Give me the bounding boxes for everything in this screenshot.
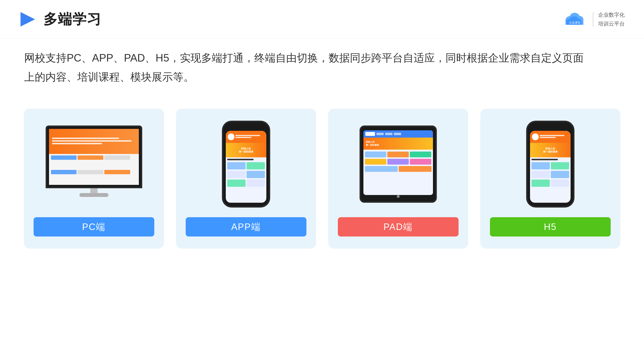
- pad-label-button[interactable]: PAD端: [338, 217, 458, 237]
- tablet-header: [364, 130, 433, 138]
- svg-marker-0: [20, 12, 35, 26]
- phone-content-card: [246, 162, 265, 169]
- tablet-row: [365, 159, 432, 165]
- phone-header-text: [540, 135, 569, 139]
- phone-content-card: [246, 180, 265, 187]
- phone-content: [226, 157, 266, 190]
- pc-label-button[interactable]: PC端: [34, 217, 154, 237]
- pad-card: 职场人的第一堂职通课: [328, 109, 468, 249]
- monitor-stand-base: [80, 193, 108, 197]
- screen-mini-card: [51, 155, 77, 160]
- tablet: 职场人的第一堂职通课: [360, 125, 437, 203]
- header-right: 云朵课堂 企业数字化 培训云平台: [562, 10, 625, 29]
- phone-content-card: [227, 180, 246, 187]
- description-line2: 上的内容、培训课程、模块展示等。: [24, 67, 620, 86]
- h5-label-button[interactable]: H5: [490, 217, 611, 237]
- phone-content-card: [551, 162, 569, 169]
- phone-content-row: [532, 180, 569, 187]
- phone-content-row: [227, 180, 265, 187]
- phone-content-card: [246, 171, 265, 178]
- monitor-screen: [49, 129, 139, 185]
- screen-mini-card: [78, 170, 103, 174]
- screen-mini-card: [78, 155, 103, 160]
- screen-top: [49, 129, 139, 154]
- tablet-row: [365, 152, 432, 157]
- h5-phone: 职场人的第一堂职通课: [526, 121, 574, 208]
- tablet-block: [410, 159, 431, 165]
- brand-text: 企业数字化 培训云平台: [598, 11, 625, 28]
- phone-content-card: [532, 162, 550, 169]
- tablet-content: [364, 150, 433, 174]
- description: 网校支持PC、APP、PAD、H5，实现多端打通，终端自由切换，数据同步跨平台自…: [24, 48, 620, 86]
- phone-content-card: [227, 162, 246, 169]
- screen-bottom: [49, 154, 139, 185]
- phone-banner: 职场人的第一堂职通课: [226, 143, 266, 157]
- header: 多端学习 云朵课堂 企业数字化 培训云平台: [0, 0, 644, 39]
- pad-image-container: 职场人的第一堂职通课: [338, 121, 458, 208]
- pc-image-container: [34, 121, 154, 208]
- phone-notch: [542, 125, 559, 129]
- brand-slogan-line1: 企业数字化: [598, 11, 625, 19]
- phone-avatar: [228, 133, 234, 140]
- phone-banner-text: 职场人的第一堂职通课: [239, 147, 253, 153]
- tablet-block: [387, 152, 409, 157]
- tablet-home-button: [397, 195, 400, 198]
- monitor-stand-neck: [90, 188, 98, 193]
- tablet-block: [365, 159, 386, 165]
- app-card: 职场人的第一堂职通课: [176, 109, 316, 249]
- phone-content: [530, 157, 570, 190]
- h5-image-container: 职场人的第一堂职通课: [490, 121, 611, 208]
- phone-content-card: [551, 180, 569, 187]
- phone-content-card: [532, 180, 550, 187]
- phone-content-card: [532, 171, 550, 178]
- h5-card: 职场人的第一堂职通课: [480, 109, 620, 249]
- brand-slogan-line2: 培训云平台: [598, 20, 625, 28]
- phone-screen: 职场人的第一堂职通课: [530, 131, 570, 203]
- tablet-block: [399, 166, 432, 172]
- phone-text-line: [540, 137, 556, 138]
- tablet-nav-item: [376, 133, 384, 135]
- tablet-row: [365, 166, 432, 172]
- monitor-screen-wrapper: [46, 125, 142, 188]
- description-line1: 网校支持PC、APP、PAD、H5，实现多端打通，终端自由切换，数据同步跨平台自…: [24, 48, 620, 67]
- tablet-screen: 职场人的第一堂职通课: [364, 130, 433, 195]
- phone-banner: 职场人的第一堂职通课: [530, 143, 570, 157]
- screen-line2: [52, 140, 132, 142]
- phone-banner-text: 职场人的第一堂职通课: [543, 147, 558, 153]
- phone-content-row: [227, 171, 265, 178]
- phone-content-title: [532, 159, 558, 160]
- tablet-block: [410, 152, 431, 157]
- phone-content-title: [227, 159, 254, 160]
- phone-content-card: [227, 171, 246, 178]
- phone-content-row: [532, 171, 569, 178]
- screen-line1: [52, 138, 119, 139]
- tablet-block: [365, 166, 398, 172]
- phone-notch: [238, 125, 254, 129]
- tablet-banner: 职场人的第一堂职通课: [364, 138, 433, 150]
- screen-mini-card: [104, 155, 130, 160]
- tablet-block: [387, 159, 409, 165]
- phone-text-line: [540, 135, 564, 136]
- app-label-button[interactable]: APP端: [186, 217, 306, 237]
- pc-card: PC端: [24, 109, 164, 249]
- phone-content-row: [532, 162, 569, 169]
- phone-text-line: [236, 137, 251, 138]
- phone-screen: 职场人的第一堂职通课: [226, 131, 266, 203]
- phone-header-text: [236, 135, 264, 139]
- logo-icon: [19, 11, 36, 28]
- tablet-logo: [365, 132, 375, 136]
- page-title: 多端学习: [44, 10, 102, 29]
- phone-text-line: [236, 135, 260, 136]
- brand-cloud-icon: 云朵课堂: [562, 10, 588, 29]
- phone-content-row: [227, 162, 265, 169]
- screen-mini-card: [104, 170, 130, 174]
- app-phone: 职场人的第一堂职通课: [222, 121, 270, 208]
- header-left: 多端学习: [19, 10, 102, 29]
- brand-divider: [593, 12, 593, 26]
- pc-monitor: [43, 125, 145, 203]
- tablet-block: [365, 152, 386, 157]
- tablet-banner-text: 职场人的第一堂职通课: [366, 140, 379, 146]
- phone-screen-header: [530, 131, 570, 143]
- svg-text:云朵课堂: 云朵课堂: [569, 21, 580, 24]
- cards-container: PC端 职场人的第一堂职通课: [19, 109, 625, 249]
